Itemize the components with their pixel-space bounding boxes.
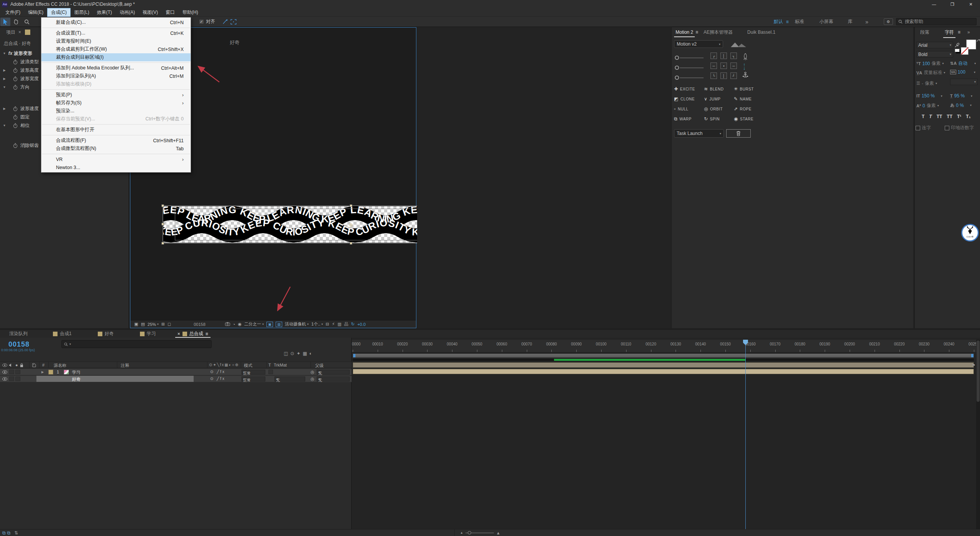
menu-item[interactable]: 将合成裁剪到工作区(W)Ctrl+Shift+X — [41, 45, 191, 53]
motion-tool-rope[interactable]: ⇗ROPE — [734, 106, 751, 112]
menu-item[interactable]: 合成微型流程图(N)Tab — [41, 145, 191, 153]
parent-dropdown[interactable]: 无▾ — [317, 377, 350, 381]
solo-toggle-cell[interactable] — [15, 370, 20, 374]
anchor-grid-button[interactable]: └ — [710, 72, 717, 79]
composition-navigator[interactable]: 好奇 — [230, 39, 240, 46]
trkmat-column-header[interactable]: TrkMat — [274, 363, 287, 367]
active-camera-dropdown[interactable]: 活动摄像机▾ — [285, 321, 309, 327]
anchor-grid-button[interactable]: ─ — [710, 62, 717, 69]
zoom-tool[interactable] — [22, 18, 32, 26]
small-caps-button[interactable]: TT — [947, 114, 952, 119]
blend-mode-dropdown[interactable]: 正常▾ — [242, 370, 265, 375]
blend-mode-dropdown[interactable]: 正常▾ — [242, 377, 265, 381]
t-toggle-cell[interactable] — [268, 370, 273, 374]
frame-blend-toggle-icon[interactable]: ⧉⧉ — [2, 530, 12, 536]
motion-tool-null[interactable]: ▫NULL — [674, 106, 688, 112]
audio-toggle-cell[interactable] — [9, 377, 14, 381]
font-style-d ropdown[interactable]: Bold▾ — [916, 51, 953, 58]
updown-arrows-icon[interactable]: ↑↓ — [743, 63, 745, 70]
layer-name[interactable]: 学习 — [72, 370, 81, 375]
selection-handle[interactable] — [161, 242, 164, 245]
motion-tool-excite[interactable]: ✚EXCITE — [674, 86, 695, 92]
view-layout-dropdown[interactable]: 1个..▾ — [311, 321, 323, 327]
fast-previews-icon[interactable]: ⚡ — [332, 322, 335, 327]
work-area-end-handle[interactable] — [971, 354, 973, 357]
swap-colors-icon[interactable] — [976, 39, 980, 43]
expand-arrow-icon[interactable]: ▶ — [2, 107, 7, 110]
faux-italic-button[interactable]: T — [929, 114, 932, 119]
effect-controls-tab-chip[interactable] — [25, 30, 30, 35]
time-ruler[interactable]: 0000000100002000030000400005000060000700… — [352, 340, 980, 353]
stopwatch-icon[interactable] — [12, 85, 18, 90]
tab-duik-bassel[interactable]: Duik Bassel.1 — [746, 28, 777, 36]
source-name-column-header[interactable]: 源名称 — [54, 363, 66, 368]
stopwatch-icon[interactable] — [12, 76, 18, 81]
menu-item[interactable]: 在基本图形中打开 — [41, 126, 191, 134]
tab-close-icon[interactable]: × — [18, 30, 21, 35]
menu-edit[interactable]: 编辑(E) — [24, 8, 47, 17]
region-frame-icon[interactable] — [230, 19, 237, 25]
mountains-icon[interactable] — [730, 41, 747, 48]
anchor-grid-button[interactable]: ┌ — [710, 53, 717, 59]
subscript-button[interactable]: T₁ — [966, 114, 970, 119]
snapshot-camera-icon[interactable] — [225, 322, 230, 327]
selection-handle[interactable] — [161, 223, 164, 225]
flowchart-button-icon[interactable]: 品 — [344, 321, 349, 327]
vertical-scale-control[interactable]: ΙT150 %▾ — [916, 93, 942, 99]
rocket-icon[interactable] — [742, 53, 748, 61]
timeline-search-field[interactable]: ▾ — [61, 340, 212, 348]
motion-slider-3[interactable] — [675, 76, 704, 80]
hindi-digits-checkbox[interactable] — [945, 126, 949, 130]
menu-item[interactable]: 设置海报时间(E) — [41, 37, 191, 45]
manage-workspaces-icon[interactable]: ⚙ — [884, 18, 893, 25]
layer-label-chip[interactable] — [48, 370, 53, 375]
motion-tool-name[interactable]: ✎NAME — [734, 96, 751, 102]
tab-paragraph[interactable]: 段落 — [919, 28, 931, 37]
workspace-default[interactable]: 默认 — [774, 18, 783, 25]
close-button[interactable]: ✕ — [962, 0, 980, 8]
menu-animation[interactable]: 动画(A) — [116, 8, 139, 17]
current-time-display[interactable]: 00158 — [8, 340, 30, 349]
show-snapshot-icon[interactable]: ◔ — [233, 322, 235, 327]
motion-blur-toggle-icon[interactable]: ⇅ — [14, 530, 18, 536]
exposure-value[interactable]: +0.0 — [357, 322, 366, 327]
layer2-duration-bar[interactable] — [353, 369, 974, 374]
motion-tool-jump[interactable]: ∨JUMP — [704, 96, 721, 102]
workspace-small-screen[interactable]: 小屏幕 — [819, 18, 833, 25]
ligatures-checkbox[interactable] — [916, 126, 920, 130]
layer-switches[interactable]: ⊙ ╱fx — [210, 377, 225, 381]
comment-column-header[interactable]: 注释 — [121, 363, 129, 368]
pixel-aspect-icon[interactable]: ⊟ — [326, 322, 329, 327]
parent-dropdown[interactable]: 无▾ — [317, 370, 350, 375]
anchor-grid-button[interactable]: ┐ — [730, 53, 737, 59]
motion-tool-orbit[interactable]: ◎ORBIT — [704, 106, 723, 112]
motion-tool-blend[interactable]: ≋BLEND — [704, 86, 723, 92]
menu-item[interactable]: 添加到渲染队列(A)Ctrl+M — [41, 72, 191, 80]
layer-row-学习[interactable]: ▶1学习⊙ ╱fx正常▾◎无▾ — [0, 369, 352, 375]
selection-handle[interactable] — [350, 204, 352, 207]
solo-toggle-cell[interactable] — [15, 377, 20, 381]
menu-item[interactable]: VR› — [41, 155, 191, 163]
superscript-button[interactable]: T¹ — [957, 114, 961, 119]
tab-render-queue[interactable]: 渲染队列 — [5, 330, 31, 338]
restore-button[interactable]: ❐ — [943, 0, 962, 8]
workspace-libraries[interactable]: 库 — [848, 18, 852, 25]
parent-pickwhip-icon[interactable]: ◎ — [311, 370, 314, 375]
motion-slider-1[interactable] — [675, 56, 704, 60]
anchor-grid-button[interactable]: │ — [720, 72, 727, 79]
menu-item[interactable]: 合成流程图(F)Ctrl+Shift+F11 — [41, 136, 191, 145]
resolution-dropdown[interactable]: 二分之一▾ — [244, 321, 264, 327]
snap-checkbox[interactable]: ✓ — [199, 19, 204, 24]
anchor-grid-button[interactable]: ─ — [730, 62, 737, 69]
expand-arrow-icon[interactable]: ▶ — [2, 77, 7, 81]
stroke-color-swatch[interactable] — [961, 47, 968, 55]
motion-tool-clone[interactable]: ◩CLONE — [674, 96, 695, 102]
menu-item[interactable]: 预览(P)› — [41, 91, 191, 99]
layer-visibility-eye-icon[interactable] — [2, 377, 7, 381]
menu-item[interactable]: 添加到 Adobe Media Encoder 队列...Ctrl+Alt+M — [41, 64, 191, 72]
stopwatch-icon[interactable] — [12, 123, 18, 128]
zoom-slider-knob[interactable] — [468, 531, 471, 534]
menu-item[interactable]: 裁剪合成到目标区域(I) — [41, 53, 191, 61]
stopwatch-icon[interactable] — [12, 115, 18, 120]
layer-switches[interactable]: ⊙ ╱fx — [210, 370, 225, 374]
